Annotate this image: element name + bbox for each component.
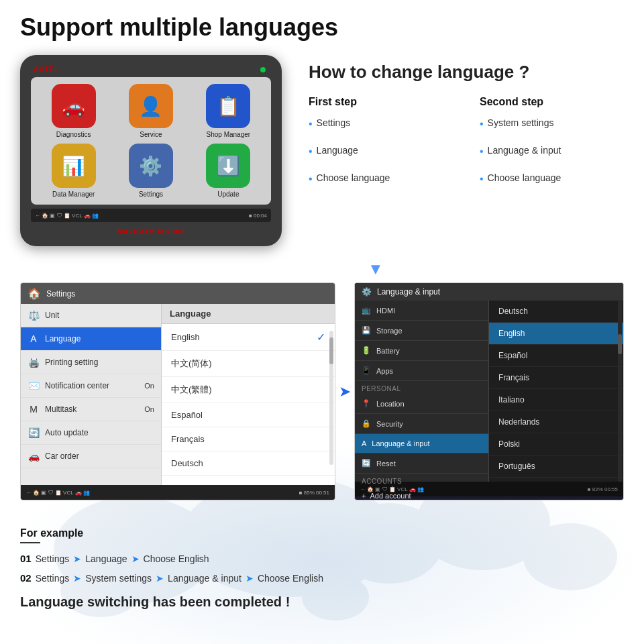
right-status-nav: ← 🏠 ▣ 🛡 📋 VCL 🚗 👥 — [360, 486, 424, 492]
right-scrollbar[interactable] — [618, 301, 622, 482]
device-outer: AUTEL 🚗 Diagnostics 👤 Service 📋 Shop Man… — [20, 55, 282, 246]
location-label: Location — [376, 400, 405, 408]
right-sidebar-hdmi[interactable]: 📺 HDMI — [355, 301, 488, 321]
apps-label: Apps — [376, 367, 393, 375]
right-ss-sidebar: 📺 HDMI 💾 Storage 🔋 Battery 📱 Apps — [355, 301, 489, 482]
first-step-item-3: • Choose language — [309, 172, 453, 185]
right-lang-polski[interactable]: Polski — [489, 433, 623, 455]
lang-deutsch-label: Deutsch — [171, 458, 203, 468]
bullet-icon: • — [309, 172, 313, 185]
second-step-heading: Second step — [480, 96, 624, 108]
right-lang-deutsch[interactable]: Deutsch — [489, 301, 623, 323]
autoupdate-icon: 🔄 — [28, 427, 40, 438]
instructions-panel: How to change language ? First step • Se… — [309, 55, 624, 201]
step-2-part-4: Choose English — [258, 573, 323, 584]
location-icon: 📍 — [362, 399, 371, 408]
right-sidebar-security[interactable]: 🔒 Security — [355, 414, 488, 434]
add-icon: + — [362, 492, 366, 500]
second-step-col: Second step • System settings • Language… — [480, 96, 624, 201]
home-icon: 🏠 — [28, 287, 41, 300]
unit-icon: ⚖️ — [28, 310, 40, 321]
language-icon: A — [28, 333, 40, 344]
second-step-label-1: System settings — [488, 117, 554, 128]
security-icon: 🔒 — [362, 419, 371, 428]
right-sidebar-storage[interactable]: 💾 Storage — [355, 321, 488, 341]
left-ss-header: 🏠 Settings — [21, 283, 335, 304]
printing-icon: 🖨️ — [28, 357, 40, 368]
example-section: For example 01 Settings ➤ Language ➤ Cho… — [0, 527, 644, 610]
right-lang-portugues[interactable]: Português — [489, 455, 623, 478]
apps-icon: 📱 — [362, 366, 371, 375]
lang-chinese-simplified[interactable]: 中文(简体) — [162, 351, 335, 377]
arrow-icon: ➤ — [73, 573, 81, 584]
sidebar-item-unit[interactable]: ⚖️ Unit — [21, 304, 161, 327]
update-icon: ⬇️ — [206, 144, 250, 188]
step-1-part-2: Language — [85, 553, 127, 564]
right-sidebar-apps[interactable]: 📱 Apps — [355, 361, 488, 381]
left-ss-sidebar: ⚖️ Unit A Language 🖨️ Printing setting ✉… — [21, 304, 162, 485]
page-title: Support multiple languages — [20, 13, 624, 42]
right-screenshot: ⚙️ Language & input 📺 HDMI 💾 Storage 🔋 — [354, 282, 624, 500]
step-2-part-3: Language & input — [168, 573, 241, 584]
arrow-right-icon: ➤ — [338, 282, 352, 500]
storage-icon: 💾 — [362, 326, 371, 335]
notification-icon: ✉️ — [28, 380, 40, 391]
sidebar-item-autoupdate-label: Auto update — [45, 428, 89, 437]
example-step-1: 01 Settings ➤ Language ➤ Choose English — [20, 553, 624, 564]
right-lang-italiano[interactable]: Italiano — [489, 389, 623, 411]
right-scrollbar-thumb — [618, 334, 622, 354]
right-lang-nederlands[interactable]: Nederlands — [489, 411, 623, 433]
right-sidebar-reset[interactable]: 🔄 Reset — [355, 453, 488, 474]
bullet-icon: • — [480, 117, 484, 130]
device-power-indicator — [260, 67, 266, 72]
bullet-icon: • — [480, 145, 484, 158]
settings-label: Settings — [139, 191, 163, 198]
update-label: Update — [217, 191, 239, 198]
right-ss-body: 📺 HDMI 💾 Storage 🔋 Battery 📱 Apps — [355, 301, 623, 482]
reset-icon: 🔄 — [362, 459, 371, 468]
step-2-part-1: Settings — [36, 573, 70, 584]
lang-chinese-traditional[interactable]: 中文(繁體) — [162, 377, 335, 403]
bullet-icon: • — [309, 145, 313, 158]
sidebar-item-notification-label: Notification center — [45, 381, 109, 390]
first-step-heading: First step — [309, 96, 453, 108]
left-scrollbar-thumb — [329, 337, 333, 364]
sidebar-item-autoupdate[interactable]: 🔄 Auto update — [21, 421, 161, 445]
steps-row: First step • Settings • Language • Choos… — [309, 96, 624, 201]
first-step-label-1: Settings — [317, 117, 351, 128]
sidebar-item-carorder[interactable]: 🚗 Car order — [21, 445, 161, 468]
sidebar-item-multitask-label: Multitask — [45, 405, 76, 414]
right-lang-espanol[interactable]: Español — [489, 345, 623, 367]
lang-espanol[interactable]: Español — [162, 403, 335, 427]
lang-francais[interactable]: Français — [162, 427, 335, 451]
shop-manager-icon: 📋 — [206, 84, 250, 128]
step-2-part-2: System settings — [85, 573, 152, 584]
right-sidebar-battery[interactable]: 🔋 Battery — [355, 341, 488, 361]
battery-icon: 🔋 — [362, 346, 371, 355]
example-step-2: 02 Settings ➤ System settings ➤ Language… — [20, 572, 624, 584]
left-scrollbar[interactable] — [329, 331, 333, 465]
lang-english[interactable]: English ✓ — [162, 324, 335, 351]
first-step-col: First step • Settings • Language • Choos… — [309, 96, 453, 201]
second-step-item-3: • Choose language — [480, 172, 624, 185]
app-diagnostics: 🚗 Diagnostics — [38, 84, 109, 138]
statusbar-info: ■ 00:04 — [249, 213, 267, 219]
carorder-icon: 🚗 — [28, 451, 40, 462]
language-input-icon: A — [362, 439, 366, 447]
sidebar-item-language-label: Language — [45, 334, 80, 343]
right-ss-title: Language & input — [377, 287, 440, 297]
lang-deutsch[interactable]: Deutsch — [162, 451, 335, 476]
sidebar-item-multitask[interactable]: M Multitask On — [21, 398, 161, 421]
arrow-icon: ➤ — [73, 553, 81, 564]
right-lang-francais[interactable]: Français — [489, 367, 623, 389]
right-sidebar-location[interactable]: 📍 Location — [355, 394, 488, 414]
sidebar-item-printing[interactable]: 🖨️ Printing setting — [21, 351, 161, 374]
left-status-nav: ← 🏠 ▣ 🛡 📋 VCL 🚗 👥 — [26, 490, 90, 496]
storage-label: Storage — [376, 327, 402, 335]
sidebar-item-notification[interactable]: ✉️ Notification center On — [21, 374, 161, 398]
right-sidebar-language-input[interactable]: A Language & input — [355, 434, 488, 453]
language-header: Language — [162, 304, 335, 324]
right-lang-english[interactable]: English — [489, 323, 623, 345]
sidebar-item-language[interactable]: A Language — [21, 327, 161, 351]
example-heading: For example — [20, 527, 624, 539]
